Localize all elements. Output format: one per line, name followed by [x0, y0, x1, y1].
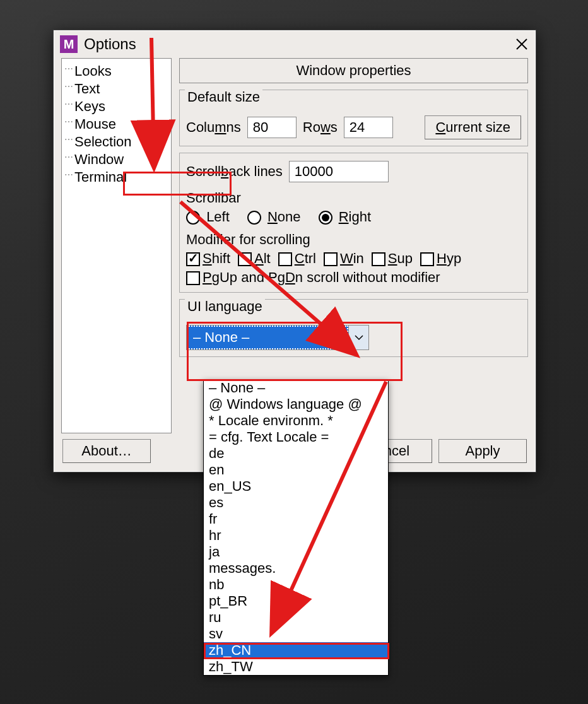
lang-option[interactable]: @ Windows language @ [204, 396, 388, 413]
modifier-pgup-check[interactable]: PgUp and PgDn scroll without modifier [186, 269, 521, 286]
sidebar-item-window[interactable]: Window [63, 151, 170, 168]
lang-option[interactable]: * Locale environm. * [204, 413, 388, 429]
modifier-label: Modifier for scrolling [186, 232, 521, 248]
lang-option[interactable]: = cfg. Text Locale = [204, 429, 388, 445]
close-icon [515, 38, 528, 50]
scrollback-input[interactable] [289, 161, 389, 182]
category-tree[interactable]: LooksTextKeysMouseSelectionWindowTermina… [61, 58, 172, 433]
lang-option[interactable]: fr [204, 511, 388, 527]
default-size-label: Default size [185, 89, 262, 105]
lang-option[interactable]: en [204, 462, 388, 478]
lang-option[interactable]: sv [204, 626, 388, 642]
lang-option[interactable]: en_US [204, 478, 388, 495]
lang-option[interactable]: – None – [204, 380, 388, 396]
modifier-hyp-check[interactable]: Hyp [420, 250, 461, 267]
scrollbar-right-radio[interactable]: Right [319, 209, 372, 225]
ui-language-group: UI language – None – [179, 299, 528, 357]
lang-option[interactable]: de [204, 445, 388, 462]
modifier-ctrl-check[interactable]: Ctrl [278, 250, 316, 267]
scrollbar-none-radio[interactable]: None [247, 209, 301, 225]
lang-option[interactable]: pt_BR [204, 593, 388, 609]
sidebar-item-keys[interactable]: Keys [63, 98, 170, 115]
sidebar-item-mouse[interactable]: Mouse [63, 115, 170, 133]
ui-language-combo[interactable]: – None – [186, 325, 369, 350]
sidebar-item-terminal[interactable]: Terminal [63, 168, 170, 186]
lang-option[interactable]: es [204, 495, 388, 511]
lang-option[interactable]: nb [204, 577, 388, 593]
lang-option[interactable]: ja [204, 544, 388, 560]
scrollback-label: Scrollback lines [186, 163, 283, 180]
sidebar-item-text[interactable]: Text [63, 80, 170, 98]
modifier-shift-check[interactable]: Shift [186, 250, 230, 267]
lang-option[interactable]: ru [204, 609, 388, 626]
lang-option[interactable]: zh_CN [204, 642, 388, 659]
ui-language-dropdown[interactable]: – None –@ Windows language @* Locale env… [203, 379, 389, 676]
app-icon: M [60, 35, 78, 53]
columns-label: Columns [186, 119, 241, 136]
rows-label: Rows [303, 119, 338, 136]
columns-input[interactable] [247, 117, 297, 138]
default-size-group: Default size Columns Rows Current size [179, 90, 528, 146]
window-title: Options [84, 35, 508, 53]
close-button[interactable] [508, 30, 536, 58]
window-properties-button[interactable]: Window properties [179, 58, 528, 83]
scrollbar-left-radio[interactable]: Left [186, 209, 230, 225]
lang-option[interactable]: zh_TW [204, 659, 388, 675]
ui-language-value: – None – [187, 326, 348, 349]
about-button[interactable]: About… [62, 439, 151, 463]
lang-option[interactable]: hr [204, 527, 388, 544]
modifier-alt-check[interactable]: Alt [238, 250, 271, 267]
rows-input[interactable] [344, 117, 393, 138]
modifier-sup-check[interactable]: Sup [372, 250, 413, 267]
titlebar: M Options [54, 30, 536, 58]
current-size-button[interactable]: Current size [425, 115, 521, 139]
apply-button[interactable]: Apply [438, 439, 527, 463]
sidebar-item-looks[interactable]: Looks [63, 62, 170, 80]
modifier-win-check[interactable]: Win [324, 250, 364, 267]
scrollbar-label: Scrollbar [186, 190, 521, 206]
chevron-down-icon[interactable] [348, 326, 368, 349]
ui-language-label: UI language [185, 298, 265, 315]
lang-option[interactable]: messages. [204, 560, 388, 577]
scroll-group: Scrollback lines Scrollbar Left None Rig… [179, 153, 528, 293]
sidebar-item-selection[interactable]: Selection [63, 133, 170, 151]
